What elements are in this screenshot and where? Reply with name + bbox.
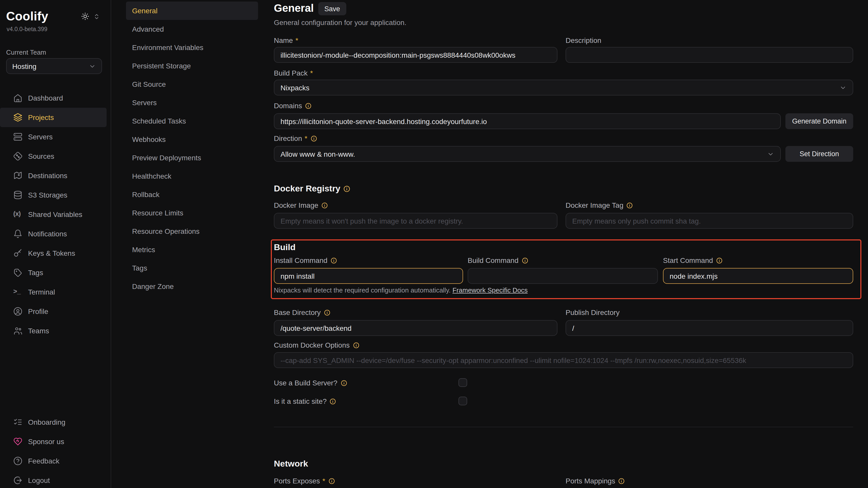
sidebar-item-label: Feedback xyxy=(28,457,59,465)
use-build-server-label: Use a Build Server? xyxy=(274,379,347,387)
use-build-server-checkbox[interactable] xyxy=(459,378,467,387)
tag-icon xyxy=(13,268,23,277)
sidebar-item-dashboard[interactable]: Dashboard xyxy=(0,88,111,108)
info-icon xyxy=(330,398,336,405)
sidebar-item-label: Servers xyxy=(28,133,53,141)
sidebar-item-onboarding[interactable]: Onboarding xyxy=(0,412,111,432)
framework-docs-link[interactable]: Framework Specific Docs xyxy=(452,286,528,294)
info-icon xyxy=(305,102,312,109)
subnav-item-scheduled-tasks[interactable]: Scheduled Tasks xyxy=(126,112,258,130)
sidebar-item-sponsor-us[interactable]: Sponsor us xyxy=(0,432,111,451)
subnav-item-webhooks[interactable]: Webhooks xyxy=(126,130,258,148)
logout-icon xyxy=(13,476,23,485)
info-icon xyxy=(340,379,347,386)
sidebar-item-label: Logout xyxy=(28,476,50,484)
build-command-input[interactable] xyxy=(468,268,658,284)
info-icon xyxy=(321,202,328,208)
sidebar-item-label: Destinations xyxy=(28,172,67,180)
subnav-item-resource-limits[interactable]: Resource Limits xyxy=(126,204,258,222)
sidebar-item-tags[interactable]: Tags xyxy=(0,263,111,282)
sidebar-item-feedback[interactable]: Feedback xyxy=(0,451,111,471)
coolify-app: Coolify v4.0.0-beta.399 Current Team Hos… xyxy=(0,0,868,488)
subnav-item-healthcheck[interactable]: Healthcheck xyxy=(126,167,258,185)
static-site-checkbox[interactable] xyxy=(459,397,467,405)
build-heading: Build xyxy=(274,242,296,253)
sidebar-item-projects[interactable]: Projects xyxy=(0,108,106,127)
build-pack-value: Nixpacks xyxy=(280,83,310,92)
subnav-item-general[interactable]: General xyxy=(126,2,258,20)
domains-input[interactable] xyxy=(274,113,781,129)
info-icon xyxy=(331,257,337,264)
save-button[interactable]: Save xyxy=(318,2,346,15)
sidebar-item-sources[interactable]: Sources xyxy=(0,146,111,166)
subnav-item-resource-operations[interactable]: Resource Operations xyxy=(126,222,258,240)
subnav-item-servers[interactable]: Servers xyxy=(126,93,258,112)
required-marker: * xyxy=(305,134,308,142)
heart-hands-icon xyxy=(13,437,23,446)
sidebar-item-notifications[interactable]: Notifications xyxy=(0,224,111,243)
docker-image-input[interactable] xyxy=(274,213,557,229)
info-icon xyxy=(522,257,528,264)
direction-value: Allow www & non-www. xyxy=(280,150,355,158)
subnav-item-rollback[interactable]: Rollback xyxy=(126,185,258,204)
key-icon xyxy=(13,249,23,258)
sidebar-item-s3-storages[interactable]: S3 Storages xyxy=(0,185,111,205)
docker-image-tag-label: Docker Image Tag xyxy=(565,201,633,209)
subnav-item-persistent-storage[interactable]: Persistent Storage xyxy=(126,57,258,75)
subnav-item-preview-deployments[interactable]: Preview Deployments xyxy=(126,148,258,167)
sidebar-item-label: Tags xyxy=(28,268,43,277)
server-icon xyxy=(13,132,23,141)
sidebar-item-label: Profile xyxy=(28,307,48,315)
sidebar-item-terminal[interactable]: >_ Terminal xyxy=(0,282,111,302)
base-directory-input[interactable] xyxy=(274,320,557,336)
generate-domain-button[interactable]: Generate Domain xyxy=(785,113,853,129)
set-direction-button[interactable]: Set Direction xyxy=(785,146,853,162)
name-input[interactable] xyxy=(274,47,557,63)
subnav-item-environment-variables[interactable]: Environment Variables xyxy=(126,38,258,57)
direction-select[interactable]: Allow www & non-www. xyxy=(274,146,781,162)
theme-toggle-sun-icon[interactable] xyxy=(81,12,89,21)
chevrons-up-down-icon[interactable] xyxy=(93,13,100,20)
subnav-item-git-source[interactable]: Git Source xyxy=(126,75,258,93)
page-subtitle: General configuration for your applicati… xyxy=(274,18,406,27)
domains-label: Domains xyxy=(274,102,312,110)
network-heading: Network xyxy=(274,459,308,469)
sidebar-item-label: Onboarding xyxy=(28,418,65,426)
sidebar-item-shared-variables[interactable]: (x) Shared Variables xyxy=(0,205,111,224)
description-input[interactable] xyxy=(565,47,853,63)
help-circle-icon xyxy=(13,456,23,465)
sidebar-item-servers[interactable]: Servers xyxy=(0,127,111,146)
bell-icon xyxy=(13,229,23,238)
required-marker: * xyxy=(322,477,326,485)
publish-directory-label: Publish Directory xyxy=(565,308,620,316)
git-icon xyxy=(13,152,23,161)
sidebar-item-label: S3 Storages xyxy=(28,191,67,199)
sidebar-item-profile[interactable]: Profile xyxy=(0,302,111,321)
chevron-down-icon xyxy=(839,84,846,91)
info-icon xyxy=(716,257,723,264)
subnav-item-tags[interactable]: Tags xyxy=(126,259,258,277)
sidebar-item-destinations[interactable]: Destinations xyxy=(0,166,111,185)
user-circle-icon xyxy=(13,307,23,316)
required-marker: * xyxy=(310,69,313,77)
sidebar: Coolify v4.0.0-beta.399 Current Team Hos… xyxy=(0,0,111,488)
build-pack-select[interactable]: Nixpacks xyxy=(274,80,853,95)
docker-image-tag-input[interactable] xyxy=(565,213,853,229)
publish-directory-input[interactable] xyxy=(565,320,853,336)
start-command-input[interactable] xyxy=(663,268,853,284)
sidebar-item-logout[interactable]: Logout xyxy=(0,471,111,488)
subnav-item-advanced[interactable]: Advanced xyxy=(126,20,258,38)
chevron-down-icon xyxy=(89,62,96,70)
subnav-item-metrics[interactable]: Metrics xyxy=(126,240,258,259)
chevron-down-icon xyxy=(767,150,774,157)
install-command-input[interactable] xyxy=(274,268,463,284)
info-icon xyxy=(343,185,351,193)
sidebar-item-teams[interactable]: Teams xyxy=(0,321,111,341)
custom-docker-options-label: Custom Docker Options xyxy=(274,341,359,349)
sidebar-item-label: Sources xyxy=(28,152,54,160)
sidebar-item-keys-tokens[interactable]: Keys & Tokens xyxy=(0,243,111,263)
subnav-item-danger-zone[interactable]: Danger Zone xyxy=(126,277,258,295)
team-select[interactable]: Hosting xyxy=(6,58,102,74)
database-icon xyxy=(13,191,23,200)
custom-docker-options-input[interactable] xyxy=(274,352,853,368)
